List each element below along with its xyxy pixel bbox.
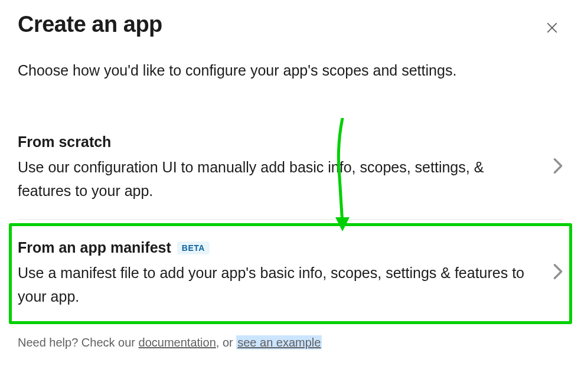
option-from-manifest[interactable]: From an app manifest BETA Use a manifest… (18, 226, 563, 321)
modal-header: Create an app (18, 12, 563, 41)
help-middle: , or (216, 336, 236, 349)
example-link[interactable]: see an example (236, 335, 322, 349)
beta-badge: BETA (177, 241, 210, 254)
option-description: Use our configuration UI to manually add… (18, 155, 541, 202)
modal-subtitle: Choose how you'd like to configure your … (18, 62, 563, 79)
close-button[interactable] (541, 17, 563, 41)
option-description: Use a manifest file to add your app's ba… (18, 261, 541, 308)
divider (18, 219, 563, 220)
documentation-link[interactable]: documentation (139, 336, 216, 349)
option-from-scratch[interactable]: From scratch Use our configuration UI to… (18, 120, 563, 215)
option-content: From scratch Use our configuration UI to… (18, 133, 541, 202)
option-title: From scratch (18, 133, 541, 151)
chevron-right-icon (553, 263, 563, 284)
chevron-right-icon (553, 158, 563, 178)
option-title-text: From an app manifest (18, 239, 171, 256)
highlighted-option-box: From an app manifest BETA Use a manifest… (9, 223, 572, 324)
modal-title: Create an app (18, 12, 162, 37)
option-content: From an app manifest BETA Use a manifest… (18, 239, 541, 308)
help-text: Need help? Check our documentation, or s… (18, 336, 563, 349)
help-prefix: Need help? Check our (18, 336, 139, 349)
close-icon (546, 21, 559, 34)
option-title: From an app manifest BETA (18, 239, 541, 256)
